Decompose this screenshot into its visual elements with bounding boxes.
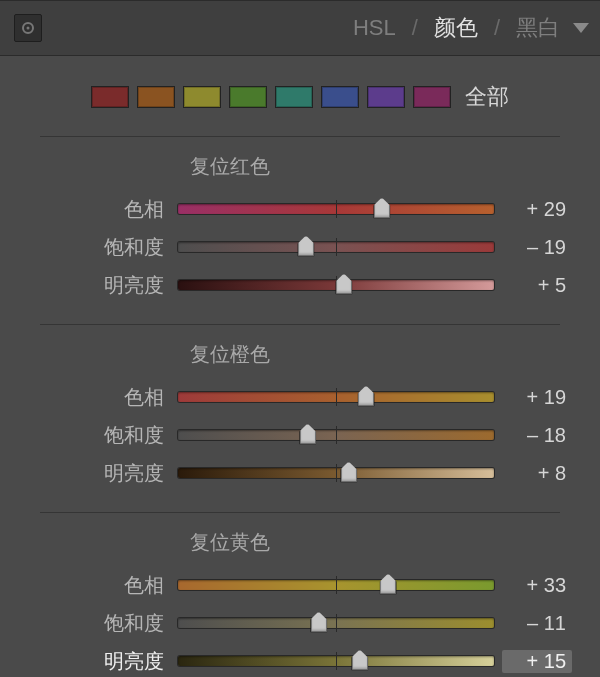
yellow-hue-handle[interactable] <box>380 573 397 594</box>
svg-marker-2 <box>573 23 589 33</box>
section-title-red[interactable]: 复位红色 <box>190 153 572 180</box>
orange-luminance-label: 明亮度 <box>28 460 178 487</box>
hsl-panel: HSL / 颜色 / 黑白 全部 复位红色色相+ 29饱和度– 19明亮度+ 5… <box>0 0 600 677</box>
section-title-yellow[interactable]: 复位黄色 <box>190 529 572 556</box>
tab-sep: / <box>412 15 418 41</box>
color-swatch-7[interactable] <box>413 86 451 108</box>
color-swatch-4[interactable] <box>275 86 313 108</box>
red-hue-label: 色相 <box>28 196 178 223</box>
orange-saturation-row: 饱和度– 18 <box>28 416 572 454</box>
red-saturation-value[interactable]: – 19 <box>494 236 572 259</box>
red-luminance-value[interactable]: + 5 <box>494 274 572 297</box>
yellow-luminance-label: 明亮度 <box>28 648 178 675</box>
orange-saturation-handle[interactable] <box>299 423 316 444</box>
yellow-hue-row: 色相+ 33 <box>28 566 572 604</box>
yellow-hue-value[interactable]: + 33 <box>494 574 572 597</box>
orange-luminance-slider[interactable] <box>178 468 494 478</box>
red-hue-slider[interactable] <box>178 204 494 214</box>
tab-sep: / <box>494 15 500 41</box>
red-saturation-slider[interactable] <box>178 242 494 252</box>
section-red: 复位红色色相+ 29饱和度– 19明亮度+ 5 <box>0 137 600 318</box>
svg-point-1 <box>27 27 30 30</box>
swatch-all-button[interactable]: 全部 <box>465 82 509 112</box>
slider-center-tick <box>336 614 337 632</box>
orange-luminance-row: 明亮度+ 8 <box>28 454 572 492</box>
panel-disclosure-button[interactable] <box>572 21 590 35</box>
slider-center-tick <box>336 652 337 670</box>
red-luminance-row: 明亮度+ 5 <box>28 266 572 304</box>
color-swatch-6[interactable] <box>367 86 405 108</box>
slider-center-tick <box>336 388 337 406</box>
orange-luminance-handle[interactable] <box>340 461 357 482</box>
yellow-saturation-value[interactable]: – 11 <box>494 612 572 635</box>
targeted-adjustment-button[interactable] <box>14 14 42 42</box>
tab-bw[interactable]: 黑白 <box>516 13 560 43</box>
triangle-down-icon <box>572 21 590 35</box>
color-swatch-row: 全部 <box>0 56 600 130</box>
color-swatch-3[interactable] <box>229 86 267 108</box>
yellow-luminance-handle[interactable] <box>351 649 368 670</box>
yellow-saturation-label: 饱和度 <box>28 610 178 637</box>
red-saturation-row: 饱和度– 19 <box>28 228 572 266</box>
orange-saturation-label: 饱和度 <box>28 422 178 449</box>
yellow-luminance-row: 明亮度+ 15 <box>28 642 572 677</box>
orange-hue-value[interactable]: + 19 <box>494 386 572 409</box>
orange-hue-label: 色相 <box>28 384 178 411</box>
color-swatch-0[interactable] <box>91 86 129 108</box>
slider-center-tick <box>336 200 337 218</box>
yellow-hue-label: 色相 <box>28 572 178 599</box>
tab-color[interactable]: 颜色 <box>434 13 478 43</box>
color-swatch-1[interactable] <box>137 86 175 108</box>
red-luminance-slider[interactable] <box>178 280 494 290</box>
yellow-luminance-value[interactable]: + 15 <box>502 650 572 673</box>
yellow-saturation-handle[interactable] <box>310 611 327 632</box>
color-swatch-5[interactable] <box>321 86 359 108</box>
red-luminance-handle[interactable] <box>335 273 352 294</box>
red-saturation-label: 饱和度 <box>28 234 178 261</box>
orange-hue-row: 色相+ 19 <box>28 378 572 416</box>
tab-hsl[interactable]: HSL <box>353 15 396 41</box>
color-swatch-2[interactable] <box>183 86 221 108</box>
red-hue-row: 色相+ 29 <box>28 190 572 228</box>
section-title-orange[interactable]: 复位橙色 <box>190 341 572 368</box>
section-orange: 复位橙色色相+ 19饱和度– 18明亮度+ 8 <box>0 325 600 506</box>
yellow-luminance-slider[interactable] <box>178 656 494 666</box>
section-yellow: 复位黄色色相+ 33饱和度– 11明亮度+ 15 <box>0 513 600 677</box>
orange-saturation-slider[interactable] <box>178 430 494 440</box>
slider-center-tick <box>336 464 337 482</box>
red-hue-value[interactable]: + 29 <box>494 198 572 221</box>
panel-header: HSL / 颜色 / 黑白 <box>0 0 600 56</box>
red-hue-handle[interactable] <box>373 197 390 218</box>
orange-saturation-value[interactable]: – 18 <box>494 424 572 447</box>
target-icon <box>21 21 35 35</box>
red-luminance-label: 明亮度 <box>28 272 178 299</box>
yellow-saturation-slider[interactable] <box>178 618 494 628</box>
orange-hue-handle[interactable] <box>358 385 375 406</box>
red-saturation-handle[interactable] <box>297 235 314 256</box>
slider-center-tick <box>336 238 337 256</box>
orange-luminance-value[interactable]: + 8 <box>494 462 572 485</box>
panel-tabs: HSL / 颜色 / 黑白 <box>353 13 560 43</box>
orange-hue-slider[interactable] <box>178 392 494 402</box>
slider-center-tick <box>336 426 337 444</box>
slider-center-tick <box>336 576 337 594</box>
yellow-hue-slider[interactable] <box>178 580 494 590</box>
yellow-saturation-row: 饱和度– 11 <box>28 604 572 642</box>
